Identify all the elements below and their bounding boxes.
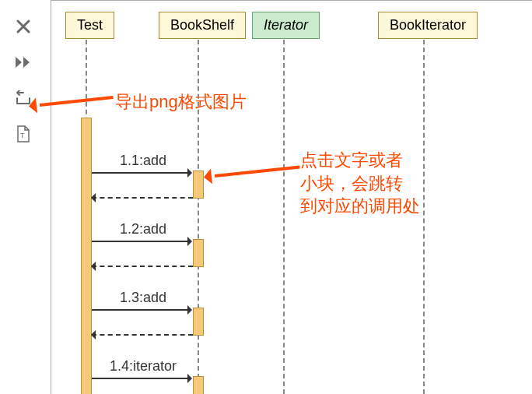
activation-bookshelf-1[interactable] xyxy=(193,171,204,199)
return-arrow[interactable] xyxy=(92,197,193,199)
annotation-arrow xyxy=(215,166,300,178)
message-arrow[interactable] xyxy=(92,378,191,379)
activation-test[interactable] xyxy=(81,118,92,394)
message-label[interactable]: 1.3:add xyxy=(120,290,166,306)
skip-button[interactable] xyxy=(12,51,34,73)
message-arrow[interactable] xyxy=(92,172,191,174)
participant-iterator[interactable]: Iterator xyxy=(252,12,320,39)
annotation-click: 点击文字或者 小块，会跳转 到对应的调用处 xyxy=(300,149,420,218)
activation-bookshelf-4[interactable] xyxy=(193,376,204,394)
lifeline-iterator xyxy=(283,40,285,394)
sequence-diagram: Test BookShelf Iterator BookIterator 1.1… xyxy=(51,0,532,394)
participant-label: BookIterator xyxy=(390,17,466,33)
return-arrow[interactable] xyxy=(92,334,193,336)
participant-label: Test xyxy=(77,17,103,33)
toolbar: T xyxy=(0,0,47,145)
activation-bookshelf-3[interactable] xyxy=(193,308,204,336)
activation-bookshelf-2[interactable] xyxy=(193,239,204,267)
participant-bookiterator[interactable]: BookIterator xyxy=(378,12,478,39)
message-label[interactable]: 1.1:add xyxy=(120,153,166,169)
message-label[interactable]: 1.4:iterator xyxy=(110,358,177,375)
annotation-arrow xyxy=(40,96,114,107)
close-icon xyxy=(16,19,31,34)
participant-label: Iterator xyxy=(264,17,308,33)
return-arrow[interactable] xyxy=(92,266,193,267)
file-text-icon: T xyxy=(16,125,30,142)
close-button[interactable] xyxy=(12,16,34,37)
skip-forward-icon xyxy=(15,56,32,69)
participant-label: BookShelf xyxy=(170,17,234,33)
message-label[interactable]: 1.2:add xyxy=(120,221,166,237)
annotation-export: 导出png格式图片 xyxy=(115,90,247,114)
message-arrow[interactable] xyxy=(92,241,191,242)
participant-test[interactable]: Test xyxy=(65,12,114,39)
participant-bookshelf[interactable]: BookShelf xyxy=(159,12,246,39)
message-arrow[interactable] xyxy=(92,309,191,311)
text-file-button[interactable]: T xyxy=(12,123,34,145)
lifeline-bookiterator xyxy=(423,40,425,394)
svg-text:T: T xyxy=(20,132,25,139)
